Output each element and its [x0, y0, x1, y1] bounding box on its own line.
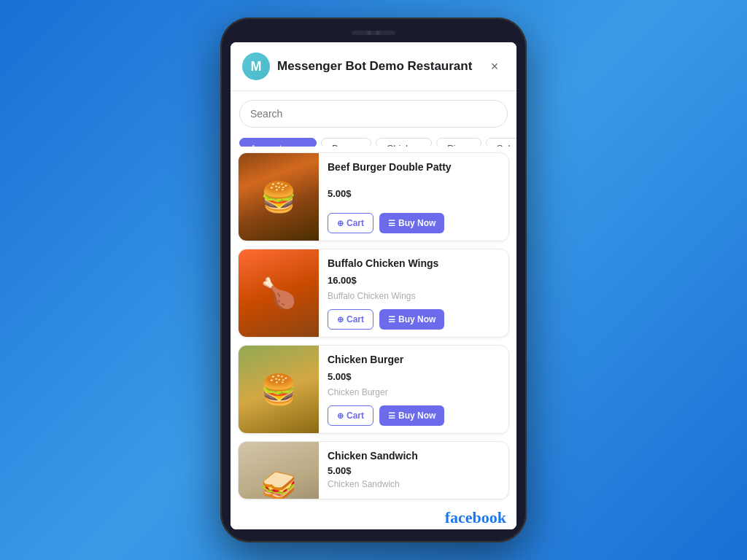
cart-icon: ⊕ — [337, 315, 344, 324]
product-info: Chicken Sandwich 5.00$ Chicken Sandwich — [319, 442, 508, 499]
product-actions: ⊕ Cart ☰ Buy Now — [328, 405, 500, 426]
messenger-header: M Messenger Bot Demo Restaurant × — [231, 42, 516, 91]
product-price: 16.00$ — [328, 275, 500, 286]
cart-button[interactable]: ⊕ Cart — [328, 213, 374, 233]
buy-icon: ☰ — [388, 315, 395, 324]
chat-title: Messenger Bot Demo Restaurant — [277, 59, 477, 74]
tablet-screen: M Messenger Bot Demo Restaurant × Any ca… — [231, 42, 516, 529]
category-filters: Any category Burger Chicken Pizza Salad — [231, 133, 516, 147]
product-card: Buffalo Chicken Wings 16.00$ Buffalo Chi… — [238, 249, 509, 338]
category-burger-button[interactable]: Burger — [321, 138, 371, 147]
product-card: Chicken Burger 5.00$ Chicken Burger ⊕ Ca… — [238, 345, 509, 434]
search-input[interactable] — [239, 100, 508, 128]
category-pizza-button[interactable]: Pizza — [436, 138, 481, 147]
product-price: 5.00$ — [328, 371, 500, 382]
cart-icon: ⊕ — [337, 219, 344, 228]
product-image — [239, 153, 319, 241]
close-button[interactable]: × — [484, 56, 505, 77]
product-description: Buffalo Chicken Wings — [328, 291, 500, 301]
product-info: Chicken Burger 5.00$ Chicken Burger ⊕ Ca… — [319, 346, 508, 433]
cart-icon: ⊕ — [337, 411, 344, 421]
product-image — [239, 346, 319, 433]
cart-button[interactable]: ⊕ Cart — [328, 309, 374, 330]
product-info: Buffalo Chicken Wings 16.00$ Buffalo Chi… — [319, 249, 508, 337]
cart-button[interactable]: ⊕ Cart — [328, 405, 374, 426]
product-image — [239, 249, 319, 337]
buy-icon: ☰ — [388, 219, 395, 228]
product-actions: ⊕ Cart ☰ Buy Now — [328, 309, 500, 330]
chat-content[interactable]: Any category Burger Chicken Pizza Salad — [231, 91, 516, 529]
avatar: M — [242, 52, 270, 80]
product-name: Chicken Burger — [328, 353, 500, 366]
category-any-button[interactable]: Any category — [239, 138, 317, 147]
product-name: Beef Burger Double Patty — [328, 160, 500, 174]
product-name: Chicken Sandwich — [328, 449, 500, 462]
buy-icon: ☰ — [388, 411, 395, 421]
product-name: Buffalo Chicken Wings — [328, 257, 500, 270]
product-description: Chicken Sandwich — [328, 479, 500, 489]
product-card: Beef Burger Double Patty 5.00$ ⊕ Cart ☰ … — [238, 152, 509, 241]
product-image — [239, 442, 319, 499]
tablet-device: M Messenger Bot Demo Restaurant × Any ca… — [220, 18, 527, 542]
buy-now-button[interactable]: ☰ Buy Now — [379, 213, 444, 233]
product-actions: ⊕ Cart ☰ Buy Now — [328, 213, 500, 233]
tablet-camera — [352, 31, 395, 35]
product-info: Beef Burger Double Patty 5.00$ ⊕ Cart ☰ … — [319, 153, 508, 241]
search-container — [231, 91, 516, 133]
facebook-brand: facebook — [231, 505, 516, 529]
buy-now-button[interactable]: ☰ Buy Now — [379, 309, 444, 330]
product-description: Chicken Burger — [328, 387, 500, 397]
products-list: Beef Burger Double Patty 5.00$ ⊕ Cart ☰ … — [231, 147, 516, 505]
category-chicken-button[interactable]: Chicken — [376, 138, 432, 147]
buy-now-button[interactable]: ☰ Buy Now — [379, 405, 444, 426]
product-price: 5.00$ — [328, 188, 500, 199]
product-card: Chicken Sandwich 5.00$ Chicken Sandwich — [238, 441, 509, 499]
category-salad-button[interactable]: Salad — [486, 138, 516, 147]
product-price: 5.00$ — [328, 465, 500, 476]
